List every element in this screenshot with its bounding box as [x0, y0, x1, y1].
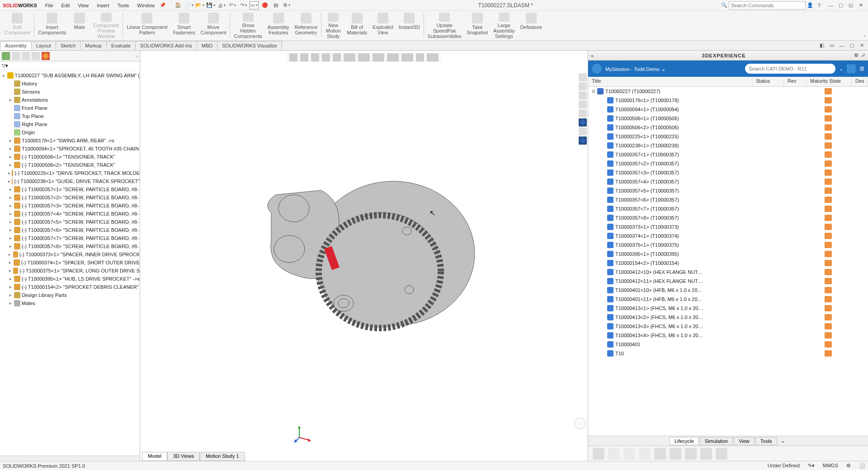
tab-mbd[interactable]: MBD	[197, 41, 217, 50]
action-export-icon[interactable]	[716, 448, 727, 460]
ribbon-take[interactable]: TakeSnapshot	[464, 12, 490, 40]
tree-part[interactable]: ▸(-) T10000375<1> "SPACER, LONG OUTER DR…	[2, 267, 140, 275]
tree-sensors[interactable]: Sensors	[2, 88, 140, 96]
rp-btab-simulation[interactable]: Simulation	[700, 437, 733, 445]
rp-btab-tools[interactable]: Tools	[755, 437, 777, 445]
maximize-icon[interactable]: ◱	[846, 1, 855, 9]
tree-front-plane[interactable]: Front Plane	[2, 104, 140, 112]
tree-origin[interactable]: Origin	[2, 128, 140, 136]
doc-window-icon[interactable]: ◧	[817, 42, 826, 50]
action-lock-icon[interactable]	[608, 448, 620, 460]
doc-min2-icon[interactable]: —	[837, 42, 846, 50]
rp-item[interactable]: T10000506<1> (T10000506)	[588, 114, 868, 123]
view-orient-icon[interactable]	[344, 53, 355, 61]
menu-window[interactable]: Window	[133, 2, 158, 9]
tree-part[interactable]: ▸(-) T10000357<6> "SCREW, PARTICLE BOARD…	[2, 226, 140, 234]
tree-part[interactable]: ▸(-) T10000506<1> "TENSIONER, TRACK"	[2, 153, 140, 161]
tp-home-icon[interactable]	[579, 73, 587, 81]
vp-tab-motion-study-1[interactable]: Motion Study 1	[200, 452, 245, 461]
tab-assembly[interactable]: Assembly	[0, 41, 32, 50]
section-icon[interactable]	[322, 53, 330, 61]
user-icon[interactable]: 👤	[806, 1, 815, 9]
tab-markup[interactable]: Markup	[80, 41, 107, 50]
tp-forum-icon[interactable]	[579, 136, 587, 145]
tree-part[interactable]: ▸(-) T10000506<2> "TENSIONER, TRACK"	[2, 161, 140, 169]
rp-col-title[interactable]: Title	[588, 77, 752, 86]
rp-item[interactable]: T10000357<4> (T10000357)	[588, 177, 868, 186]
tree-part[interactable]: ▸(-) T10000374<1> "SPACER, SHORT OUTER D…	[2, 258, 140, 267]
tree-part[interactable]: ▸(-) T10000357<8> "SCREW, PARTICLE BOARD…	[2, 242, 140, 250]
feedback-bubble-icon[interactable]	[574, 418, 586, 429]
ribbon-move[interactable]: MoveComponent	[198, 12, 229, 40]
fm-dim-icon[interactable]	[32, 52, 40, 60]
fm-tree-icon[interactable]	[2, 52, 10, 60]
rp-item[interactable]: T10000357<5> (T10000357)	[588, 186, 868, 195]
tab-layout[interactable]: Layout	[31, 41, 56, 50]
scene-icon[interactable]	[401, 53, 413, 61]
ribbon-linear-component[interactable]: Linear ComponentPattern	[124, 12, 170, 40]
tree-hscroll[interactable]	[0, 456, 140, 461]
fm-expand-icon[interactable]: ›	[136, 53, 138, 59]
tree-top-plane[interactable]: Top Plane	[2, 112, 140, 120]
render-icon[interactable]	[427, 53, 439, 61]
ribbon-insert[interactable]: InsertComponents	[35, 12, 69, 40]
doc-min-icon[interactable]: ▭	[827, 42, 836, 50]
rp-col-rev[interactable]: Rev	[784, 77, 807, 86]
panel-settings-icon[interactable]: ⚙	[854, 52, 859, 58]
ribbon-exploded[interactable]: ExplodedView	[370, 12, 396, 40]
display-style-icon[interactable]	[358, 53, 370, 61]
menu-file[interactable]: File	[42, 2, 57, 9]
rp-item[interactable]: T10000401<10> (HFB, M6 x 1.0 x 20…	[588, 286, 868, 295]
rp-item[interactable]: T10000373<1> (T10000373)	[588, 222, 868, 231]
print-icon[interactable]: 🖨	[217, 1, 226, 9]
options-list-icon[interactable]: ▤	[271, 1, 280, 9]
tree-part[interactable]: ▸(-) T10000373<1> "SPACER, INNER DRIVE S…	[2, 250, 140, 258]
ribbon-instant3d[interactable]: Instant3D	[396, 12, 423, 40]
tp-appearance-icon[interactable]	[579, 118, 587, 127]
rp-item[interactable]: T10000413<1> (FHCS, M6 x 1.0 x 20…	[588, 304, 868, 313]
rp-item[interactable]: T10000506<2> (T10000506)	[588, 123, 868, 132]
ribbon-update[interactable]: UpdateSpeedPakSubassemblies	[425, 12, 464, 40]
vp-tab-model[interactable]: Model	[142, 452, 167, 461]
tree-root[interactable]: ▸T10000227 "SUB ASSEMBLY, LH REAR SWING …	[2, 71, 140, 80]
fm-filter-row[interactable]: ▽▾	[0, 61, 140, 70]
rp-item[interactable]: T10	[588, 349, 868, 358]
rp-item[interactable]: T10000178<1> (T10000178)	[588, 96, 868, 105]
tree-part[interactable]: ▸(-) T10000357<1> "SCREW, PARTICLE BOARD…	[2, 185, 140, 193]
tp-view-icon[interactable]	[579, 109, 587, 118]
feature-tree[interactable]: ▸T10000227 "SUB ASSEMBLY, LH REAR SWING …	[0, 70, 140, 456]
action-unlock-icon[interactable]	[623, 448, 635, 460]
rp-col-status[interactable]: Status	[752, 77, 784, 86]
rp-item[interactable]: T10000374<1> (T10000374)	[588, 231, 868, 240]
new-doc-icon[interactable]: 📄	[184, 1, 193, 9]
prev-view-icon[interactable]	[311, 53, 319, 61]
rp-item[interactable]: T10000413<4> (FHCS, M6 x 1.0 x 20…	[588, 331, 868, 340]
action-db-icon[interactable]	[639, 448, 651, 460]
tp-explorer-icon[interactable]	[579, 100, 587, 108]
action-refresh-icon[interactable]	[654, 448, 666, 460]
doc-max-icon[interactable]: ▢	[847, 42, 856, 50]
rp-item[interactable]: T10000413<2> (FHCS, M6 x 1.0 x 20…	[588, 313, 868, 322]
tree-part[interactable]: ▸(-) T10000357<7> "SCREW, PARTICLE BOARD…	[2, 234, 140, 242]
zoom-area-icon[interactable]	[300, 53, 308, 61]
view-settings-icon[interactable]	[416, 53, 424, 61]
tree-part[interactable]: ▸(-) T10000238<1> "GUIDE, DRIVE TRACK SP…	[2, 177, 140, 185]
rp-item[interactable]: T10000357<6> (T10000357)	[588, 195, 868, 204]
pin-icon[interactable]: 📌	[158, 1, 167, 9]
tree-part[interactable]: ▸T10000178<1> "SWING ARM, REAR" ->x	[2, 136, 140, 145]
zoom-fit-icon[interactable]	[289, 53, 297, 61]
orientation-triad[interactable]	[294, 425, 312, 443]
rp-item[interactable]: T10000412<11> (HEX FLANGE NUT…	[588, 277, 868, 286]
rp-btab-lifecycle[interactable]: Lifecycle	[670, 437, 699, 445]
menu-icon[interactable]: ≡	[859, 64, 864, 74]
home-icon[interactable]: 🏠	[174, 1, 183, 9]
ribbon-bill-of[interactable]: Bill ofMaterials	[344, 12, 370, 40]
rp-item[interactable]: T10000395<1> (T10000395)	[588, 249, 868, 258]
ribbon-collapse-icon[interactable]: ⌃	[863, 34, 866, 39]
session-name[interactable]: MySession - Todd Demo ⌄	[605, 66, 666, 72]
tree-part[interactable]: ▸T10000094<1> "SPROCKET, 45 TOOTH #35 CH…	[2, 145, 140, 153]
rebuild-icon[interactable]: 🔴	[260, 1, 269, 9]
settings-icon[interactable]: ⚙	[282, 1, 291, 9]
ribbon-smart[interactable]: SmartFasteners	[170, 12, 198, 40]
fm-property-icon[interactable]	[12, 52, 20, 60]
